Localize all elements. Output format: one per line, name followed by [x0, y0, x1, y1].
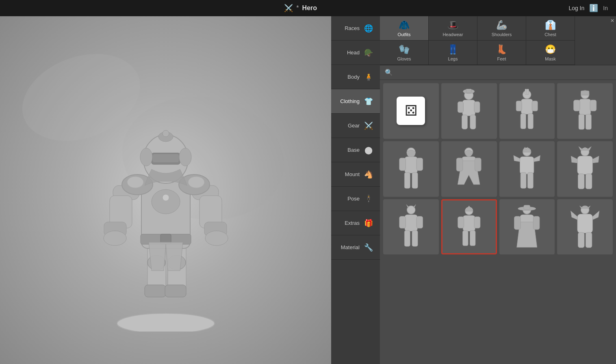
outfits-tab-icon: 🧥 — [399, 20, 410, 30]
outfit-cell-11[interactable] — [557, 199, 613, 255]
svg-rect-37 — [470, 115, 476, 129]
tab-legs[interactable]: 👖 Legs — [429, 41, 477, 65]
races-icon: 🌐 — [364, 24, 373, 33]
svg-rect-5 — [145, 285, 166, 297]
outfit-figure-7 — [563, 146, 607, 191]
outfit-cell-6[interactable] — [499, 141, 555, 197]
outfit-cell-5[interactable] — [441, 141, 497, 197]
svg-rect-71 — [578, 174, 584, 190]
svg-point-30 — [140, 148, 152, 166]
sidebar-item-pose[interactable]: Pose 🕴 — [331, 187, 380, 211]
sidebar-item-gear[interactable]: Gear ⚔️ — [331, 114, 380, 138]
svg-rect-50 — [579, 99, 591, 115]
search-input[interactable] — [396, 69, 611, 76]
outfit-grid: ⚄ — [380, 80, 616, 364]
search-icon: 🔍 — [385, 69, 393, 76]
tab-gloves[interactable]: 🧤 Gloves — [380, 41, 429, 65]
svg-rect-67 — [521, 172, 526, 188]
sidebar: Races 🌐 Head 🪖 Body 🧍 Clothing 👕 Gear ⚔️… — [331, 16, 380, 364]
svg-rect-78 — [412, 230, 418, 246]
close-button[interactable]: ✕ — [610, 18, 614, 24]
extras-icon: 🎁 — [364, 219, 373, 228]
svg-rect-70 — [577, 156, 593, 174]
svg-rect-90 — [533, 216, 540, 230]
outfit-figure-3 — [563, 89, 607, 133]
svg-rect-44 — [516, 101, 522, 111]
feet-tab-icon: 👢 — [496, 44, 507, 55]
outfit-cell-3[interactable] — [557, 83, 613, 139]
svg-rect-77 — [404, 230, 410, 246]
category-tabs: ✕ 🧥 Outfits 🎩 Headwear 🦾 Shoulders 👔 Che… — [380, 16, 616, 65]
svg-point-21 — [127, 177, 143, 188]
tab-mask[interactable]: 😷 Mask — [526, 41, 575, 65]
tab-chest[interactable]: 👔 Chest — [526, 16, 575, 41]
svg-rect-93 — [578, 233, 584, 248]
hero-figure — [89, 88, 243, 332]
sidebar-item-material[interactable]: Material 🔧 — [331, 235, 380, 260]
outfit-cell-2[interactable] — [499, 83, 555, 139]
outfit-cell-1[interactable] — [441, 83, 497, 139]
svg-rect-56 — [405, 157, 417, 173]
svg-rect-34 — [458, 101, 464, 112]
svg-rect-63 — [457, 158, 463, 172]
material-icon: 🔧 — [364, 243, 373, 252]
svg-rect-92 — [577, 214, 593, 233]
svg-rect-66 — [520, 157, 534, 174]
outfit-figure-8 — [389, 205, 433, 249]
svg-rect-94 — [586, 233, 592, 248]
svg-rect-53 — [579, 114, 584, 129]
mask-tab-icon: 😷 — [545, 44, 556, 55]
outfit-cell-4[interactable] — [383, 141, 439, 197]
svg-rect-54 — [586, 114, 591, 129]
tab-headwear[interactable]: 🎩 Headwear — [429, 16, 477, 41]
svg-rect-43 — [521, 99, 533, 114]
dice-icon: ⚄ — [397, 97, 425, 125]
svg-rect-74 — [405, 215, 417, 231]
sidebar-item-extras[interactable]: Extras 🎁 — [331, 211, 380, 235]
outfit-figure-10 — [505, 205, 549, 249]
tab-shoulders[interactable]: 🦾 Shoulders — [477, 16, 526, 41]
topbar-center: ⚔️ * Hero — [284, 4, 317, 13]
svg-rect-58 — [416, 158, 423, 171]
chest-tab-icon: 👔 — [545, 20, 556, 30]
base-icon: ⬤ — [364, 146, 373, 155]
pose-icon: 🕴 — [364, 194, 373, 203]
svg-rect-87 — [524, 205, 530, 210]
svg-point-19 — [205, 231, 228, 246]
topbar: ⚔️ * Hero Log In ℹ️ In — [0, 0, 616, 16]
modified-star: * — [296, 4, 299, 12]
headwear-tab-icon: 🎩 — [447, 20, 458, 30]
svg-rect-64 — [475, 158, 482, 172]
right-panel: ✕ 🧥 Outfits 🎩 Headwear 🦾 Shoulders 👔 Che… — [380, 16, 616, 364]
sidebar-item-base[interactable]: Base ⬤ — [331, 138, 380, 162]
shoulders-tab-icon: 🦾 — [496, 20, 507, 30]
svg-rect-46 — [521, 114, 526, 129]
svg-rect-36 — [462, 115, 468, 129]
svg-rect-80 — [463, 215, 475, 231]
svg-rect-76 — [416, 216, 423, 228]
svg-rect-89 — [514, 216, 521, 230]
tab-outfits[interactable]: 🧥 Outfits — [380, 16, 429, 41]
svg-rect-45 — [532, 101, 538, 111]
sidebar-item-head[interactable]: Head 🪖 — [331, 41, 380, 65]
topbar-right: Log In ℹ️ In — [568, 4, 608, 13]
sidebar-item-body[interactable]: Body 🧍 — [331, 65, 380, 89]
svg-point-15 — [104, 231, 126, 246]
outfit-cell-10[interactable] — [499, 199, 555, 255]
info-icon[interactable]: ℹ️ — [589, 4, 598, 13]
outfit-cell-8[interactable] — [383, 199, 439, 255]
sidebar-item-clothing[interactable]: Clothing 👕 — [331, 89, 380, 114]
outfit-figure-2 — [505, 89, 549, 133]
outfit-cell-7[interactable] — [557, 141, 613, 197]
svg-rect-84 — [470, 230, 475, 246]
outfit-figure-11 — [563, 205, 607, 249]
viewport — [0, 16, 331, 364]
outfit-cell-9[interactable] — [441, 199, 497, 255]
tab-feet[interactable]: 👢 Feet — [477, 41, 526, 65]
svg-rect-39 — [466, 89, 472, 93]
login-button[interactable]: Log In — [568, 5, 584, 11]
sidebar-item-races[interactable]: Races 🌐 — [331, 16, 380, 41]
gloves-tab-icon: 🧤 — [399, 44, 410, 55]
outfit-cell-random[interactable]: ⚄ — [383, 83, 439, 139]
sidebar-item-mount[interactable]: Mount 🐴 — [331, 162, 380, 187]
